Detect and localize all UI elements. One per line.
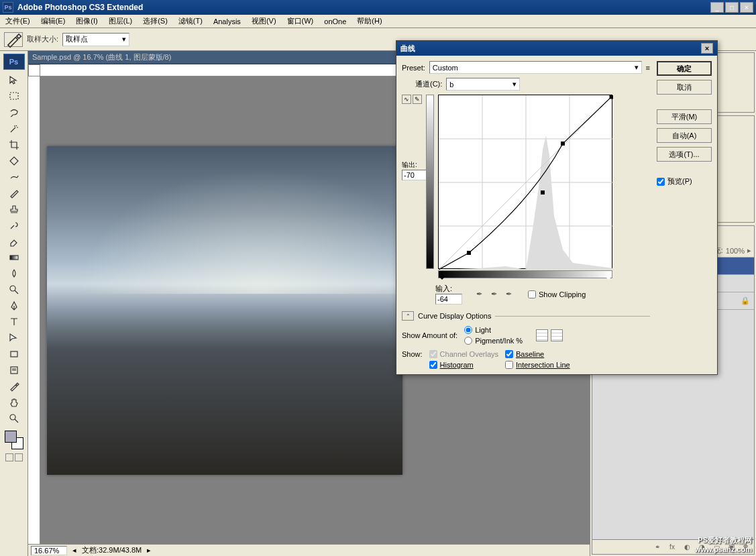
baseline-checkbox[interactable] [505, 350, 513, 358]
dialog-titlebar[interactable]: 曲线 × [396, 41, 717, 56]
menu-item[interactable]: 编辑(E) [36, 15, 71, 27]
curve-pencil-tool[interactable]: ✎ [413, 95, 422, 104]
menubar: 文件(E)编辑(E)图像(I)图层(L)选择(S)滤镜(T)Analysis视图… [0, 15, 756, 28]
path-tool[interactable] [5, 331, 23, 345]
histogram-checkbox[interactable] [429, 361, 437, 369]
current-tool-icon[interactable] [4, 32, 23, 47]
ruler-vertical[interactable] [28, 76, 40, 544]
menu-item[interactable]: onOne [319, 16, 352, 27]
menu-item[interactable]: Analysis [208, 16, 246, 27]
crop-tool[interactable] [5, 137, 23, 152]
svg-rect-18 [610, 95, 613, 99]
fx-icon[interactable]: fx [667, 543, 678, 552]
shape-tool[interactable] [5, 347, 23, 362]
preset-dropdown[interactable]: Custom [429, 61, 642, 74]
titlebar: Ps Adobe Photoshop CS3 Extended _ □ × [0, 0, 756, 15]
svg-rect-3 [11, 351, 17, 357]
foreground-color-swatch[interactable] [5, 431, 17, 443]
status-bar: 16.67% ◂ 文档:32.9M/43.8M ▸ [28, 544, 590, 556]
curves-dialog: 曲线 × Preset: Custom ≡ 通道(C): b ∿ ✎ [396, 40, 718, 375]
app-title: Adobe Photoshop CS3 Extended [17, 3, 710, 12]
white-point-slider[interactable] [605, 276, 612, 283]
preview-checkbox[interactable] [657, 178, 665, 186]
show-label: Show: [402, 350, 423, 358]
doc-info-arrow[interactable]: ▸ [147, 546, 151, 555]
minimize-button[interactable]: _ [710, 2, 724, 13]
gradient-tool[interactable] [5, 250, 23, 265]
menu-item[interactable]: 图像(I) [70, 15, 103, 27]
black-point-slider[interactable] [439, 276, 445, 283]
grid-simple-icon[interactable] [536, 329, 548, 341]
gradient-horizontal[interactable] [438, 270, 612, 278]
white-eyedropper-icon[interactable]: ✒ [502, 288, 515, 300]
output-label: 输出: [402, 160, 422, 170]
menu-item[interactable]: 选择(S) [138, 15, 173, 27]
options-button[interactable]: 选项(T)... [657, 147, 712, 162]
lasso-tool[interactable] [5, 105, 23, 120]
maximize-button[interactable]: □ [725, 2, 739, 13]
marquee-tool[interactable] [5, 89, 23, 104]
type-tool[interactable] [5, 315, 23, 329]
preset-menu-icon[interactable]: ≡ [646, 64, 650, 72]
show-amount-label: Show Amount of: [402, 331, 457, 339]
fill-field[interactable]: 100% [726, 247, 745, 255]
standard-mode[interactable] [5, 453, 13, 461]
fill-arrow-icon[interactable]: ▸ [747, 246, 751, 255]
menu-item[interactable]: 图层(L) [103, 15, 138, 27]
watermark: PS爱好者教程网 www.psahz.com [695, 535, 752, 553]
stamp-tool[interactable] [5, 202, 23, 217]
mask-icon[interactable]: ◐ [682, 543, 692, 552]
eyedropper-tool[interactable] [5, 379, 23, 394]
gray-eyedropper-icon[interactable]: ✒ [488, 288, 500, 300]
grid-detailed-icon[interactable] [551, 329, 563, 341]
move-tool[interactable] [5, 73, 23, 88]
curve-point-tool[interactable]: ∿ [402, 95, 411, 104]
curve-display-label: Curve Display Options [418, 312, 491, 320]
color-swatches[interactable] [5, 431, 23, 449]
svg-point-5 [10, 414, 15, 420]
channel-overlays-checkbox [429, 350, 437, 358]
intersection-checkbox[interactable] [505, 361, 513, 369]
menu-item[interactable]: 视图(V) [246, 15, 282, 27]
zoom-field[interactable]: 16.67% [31, 546, 67, 555]
slice-tool[interactable] [5, 154, 23, 168]
scroll-left-icon[interactable]: ◂ [72, 546, 76, 555]
dodge-tool[interactable] [5, 282, 23, 297]
show-clipping-label: Show Clipping [539, 290, 586, 298]
sample-size-dropdown[interactable]: 取样点 [62, 33, 129, 46]
close-button[interactable]: × [740, 2, 753, 13]
pigment-radio[interactable] [464, 337, 472, 345]
menu-item[interactable]: 滤镜(T) [173, 15, 208, 27]
input-field[interactable] [435, 294, 462, 304]
light-radio[interactable] [464, 326, 472, 334]
zoom-tool[interactable] [5, 411, 23, 426]
heal-tool[interactable] [5, 170, 23, 184]
quick-mask-mode[interactable] [15, 453, 23, 461]
svg-rect-1 [10, 256, 18, 260]
wand-tool[interactable] [5, 121, 23, 136]
blur-tool[interactable] [5, 266, 23, 281]
menu-item[interactable]: 窗口(W) [282, 15, 319, 27]
ok-button[interactable]: 确定 [657, 61, 712, 76]
pen-tool[interactable] [5, 298, 23, 313]
dialog-close-button[interactable]: × [701, 43, 713, 54]
channel-dropdown[interactable]: b [446, 78, 520, 91]
output-field[interactable] [402, 170, 429, 180]
show-clipping-checkbox[interactable] [528, 290, 536, 298]
history-brush-tool[interactable] [5, 218, 23, 233]
smooth-button[interactable]: 平滑(M) [657, 109, 712, 124]
auto-button[interactable]: 自动(A) [657, 128, 712, 143]
curve-graph[interactable] [438, 95, 612, 269]
dialog-title-text: 曲线 [400, 44, 415, 54]
cancel-button[interactable]: 取消 [657, 80, 712, 95]
notes-tool[interactable] [5, 363, 23, 378]
menu-item[interactable]: 帮助(H) [352, 15, 387, 27]
expand-toggle[interactable]: ⌃ [402, 311, 414, 321]
brush-tool[interactable] [5, 186, 23, 201]
black-eyedropper-icon[interactable]: ✒ [473, 288, 485, 300]
sample-size-label: 取样大小: [27, 34, 58, 44]
link-icon[interactable]: ⚭ [652, 543, 663, 552]
hand-tool[interactable] [5, 395, 23, 410]
menu-item[interactable]: 文件(E) [0, 15, 36, 27]
eraser-tool[interactable] [5, 234, 23, 249]
